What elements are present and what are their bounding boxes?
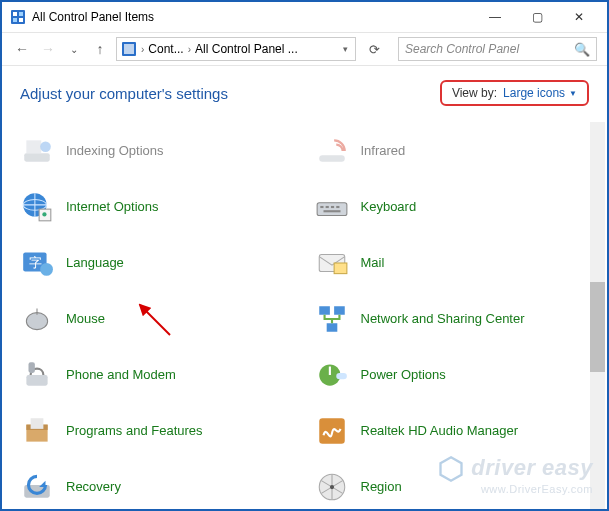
svg-rect-8: [26, 140, 41, 153]
control-panel-item[interactable]: Programs and Features: [20, 408, 295, 454]
control-panel-item[interactable]: Indexing Options: [20, 128, 295, 174]
svg-point-23: [40, 263, 53, 276]
svg-rect-30: [326, 323, 337, 332]
svg-rect-34: [336, 373, 347, 379]
scrollbar-thumb[interactable]: [590, 282, 605, 372]
item-label: Network and Sharing Center: [361, 311, 525, 327]
svg-rect-2: [19, 12, 23, 16]
svg-rect-6: [124, 44, 134, 54]
keyboard-icon: [315, 190, 349, 224]
item-label: Realtek HD Audio Manager: [361, 423, 519, 439]
audio-icon: [315, 414, 349, 448]
svg-rect-4: [19, 18, 23, 22]
control-panel-item[interactable]: Mouse: [20, 296, 295, 342]
item-label: Mouse: [66, 311, 105, 327]
item-label: Region: [361, 479, 402, 495]
control-panel-item[interactable]: Power Options: [315, 352, 590, 398]
control-panel-item[interactable]: Keyboard: [315, 184, 590, 230]
item-label: Mail: [361, 255, 385, 271]
control-panel-item[interactable]: Mail: [315, 240, 590, 286]
page-title: Adjust your computer's settings: [20, 85, 228, 102]
forward-button[interactable]: →: [38, 39, 58, 59]
svg-rect-28: [319, 306, 330, 315]
minimize-button[interactable]: —: [481, 7, 509, 27]
item-label: Programs and Features: [66, 423, 203, 439]
viewby-label: View by:: [452, 86, 497, 100]
globe-icon: [20, 190, 54, 224]
control-panel-item[interactable]: Phone and Modem: [20, 352, 295, 398]
breadcrumb-seg-1[interactable]: Cont...: [148, 42, 183, 56]
power-icon: [315, 358, 349, 392]
svg-rect-15: [317, 203, 347, 216]
recent-locations-button[interactable]: ⌄: [64, 39, 84, 59]
svg-point-9: [40, 141, 51, 152]
svg-text:字: 字: [29, 255, 42, 270]
svg-rect-25: [334, 263, 347, 274]
svg-rect-20: [323, 210, 340, 212]
viewby-dropdown[interactable]: Large icons ▼: [503, 86, 577, 100]
svg-rect-16: [320, 206, 323, 208]
breadcrumb-icon: [121, 41, 137, 57]
item-label: Language: [66, 255, 124, 271]
control-panel-item[interactable]: Recovery: [20, 464, 295, 510]
chevron-right-icon: ›: [188, 44, 191, 55]
box-icon: [20, 414, 54, 448]
chevron-down-icon: ▼: [569, 89, 577, 98]
mouse-icon: [20, 302, 54, 336]
control-panel-item[interactable]: Network and Sharing Center: [315, 296, 590, 342]
control-panel-icon: [10, 9, 26, 25]
breadcrumb-seg-2[interactable]: All Control Panel ...: [195, 42, 298, 56]
close-button[interactable]: ✕: [565, 7, 593, 27]
recovery-icon: [20, 470, 54, 504]
svg-rect-1: [13, 12, 17, 16]
search-box[interactable]: 🔍: [398, 37, 597, 61]
item-label: Infrared: [361, 143, 406, 159]
back-button[interactable]: ←: [12, 39, 32, 59]
svg-point-41: [329, 485, 333, 489]
control-panel-item[interactable]: Region: [315, 464, 590, 510]
svg-rect-18: [330, 206, 333, 208]
svg-rect-17: [325, 206, 328, 208]
index-icon: [20, 134, 54, 168]
ir-icon: [315, 134, 349, 168]
item-label: Power Options: [361, 367, 446, 383]
scrollbar[interactable]: [590, 122, 605, 509]
viewby-value: Large icons: [503, 86, 565, 100]
svg-rect-19: [336, 206, 339, 208]
refresh-button[interactable]: ⟳: [362, 37, 386, 61]
breadcrumb[interactable]: › Cont... › All Control Panel ... ▾: [116, 37, 356, 61]
search-icon: 🔍: [574, 42, 590, 57]
network-icon: [315, 302, 349, 336]
item-label: Phone and Modem: [66, 367, 176, 383]
search-input[interactable]: [405, 42, 574, 56]
control-panel-item[interactable]: Infrared: [315, 128, 590, 174]
svg-rect-29: [334, 306, 345, 315]
svg-rect-10: [319, 155, 345, 161]
item-label: Indexing Options: [66, 143, 164, 159]
item-label: Keyboard: [361, 199, 417, 215]
svg-rect-32: [29, 362, 35, 373]
chevron-down-icon[interactable]: ▾: [340, 44, 351, 54]
phone-icon: [20, 358, 54, 392]
viewby-highlight: View by: Large icons ▼: [440, 80, 589, 106]
svg-rect-3: [13, 18, 17, 22]
toolbar: ← → ⌄ ↑ › Cont... › All Control Panel ..…: [2, 32, 607, 66]
window-title: All Control Panel Items: [32, 10, 481, 24]
control-panel-item[interactable]: Internet Options: [20, 184, 295, 230]
lang-icon: 字: [20, 246, 54, 280]
maximize-button[interactable]: ▢: [523, 7, 551, 27]
svg-rect-31: [26, 375, 47, 386]
item-label: Recovery: [66, 479, 121, 495]
control-panel-item[interactable]: Realtek HD Audio Manager: [315, 408, 590, 454]
up-button[interactable]: ↑: [90, 39, 110, 59]
chevron-right-icon: ›: [141, 44, 144, 55]
svg-point-14: [42, 212, 46, 216]
item-label: Internet Options: [66, 199, 159, 215]
svg-rect-7: [24, 153, 50, 162]
titlebar: All Control Panel Items — ▢ ✕: [2, 2, 607, 32]
mail-icon: [315, 246, 349, 280]
region-icon: [315, 470, 349, 504]
svg-rect-37: [31, 418, 44, 429]
control-panel-item[interactable]: 字Language: [20, 240, 295, 286]
